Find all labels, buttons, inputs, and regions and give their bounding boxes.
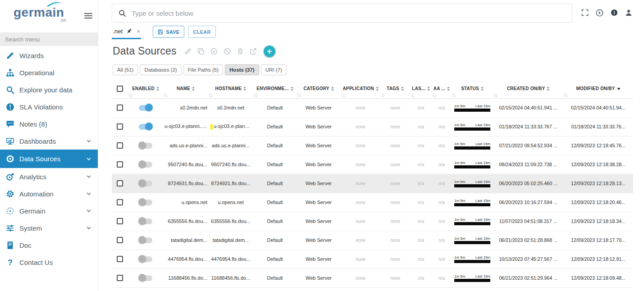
chevron-down-icon[interactable] — [86, 191, 91, 196]
row-checkbox[interactable] — [117, 105, 123, 111]
column-header-application[interactable]: APPLICATION — [341, 79, 380, 98]
block-icon[interactable] — [224, 48, 231, 55]
status-sparkline[interactable]: 1m 5mLast 15m — [454, 236, 490, 244]
row-checkbox[interactable] — [117, 237, 123, 243]
status-sparkline[interactable]: 1m 5mLast 15m — [454, 104, 490, 112]
tab-file-paths-5[interactable]: File Paths (5) — [183, 64, 223, 75]
table-row[interactable]: 11688456.fls.do... 11688456.fls.do... De… — [112, 268, 633, 287]
column-header-status[interactable]: STATUS — [452, 79, 493, 98]
enabled-toggle[interactable] — [139, 124, 152, 130]
copy-icon[interactable] — [197, 48, 205, 55]
tab-uri-7[interactable]: URI (7) — [261, 64, 287, 75]
table-row[interactable]: 4476954.fls.dou... 4476954.fls.dou... De… — [112, 250, 633, 268]
sort-icon[interactable] — [192, 86, 195, 91]
table-row[interactable]: u-sjc03.e-planni... u-sjc03.e-planni... … — [112, 117, 633, 136]
table-row[interactable]: u.openx.net u.openx.net Default Web Serv… — [112, 193, 633, 212]
user-icon[interactable] — [625, 9, 632, 17]
global-search-input[interactable] — [132, 9, 566, 17]
status-sparkline[interactable]: 1m 5mLast 15m — [454, 161, 490, 168]
save-button[interactable]: SAVE — [153, 26, 184, 38]
sort-icon[interactable] — [547, 86, 549, 91]
sidebar-item-contact-us[interactable]: ? Contact Us — [0, 254, 98, 271]
column-header-environme[interactable]: ENVIRONME... — [253, 79, 297, 98]
edit-icon[interactable] — [184, 48, 192, 55]
table-row[interactable]: tatadigital.dem... tatadigital.dem... De… — [112, 231, 633, 250]
pin-icon[interactable] — [126, 28, 132, 34]
chevron-down-icon[interactable] — [86, 174, 91, 179]
status-sparkline[interactable]: 1m 5mLast 15m — [454, 218, 490, 225]
fullscreen-icon[interactable] — [581, 9, 589, 17]
sidebar-item-data-sources[interactable]: Data Sources — [0, 150, 98, 168]
column-header-name[interactable]: NAME — [163, 79, 208, 98]
column-header-las[interactable]: LAS... — [410, 79, 432, 98]
sort-icon[interactable] — [427, 86, 430, 91]
enabled-toggle[interactable] — [139, 256, 152, 262]
enabled-toggle[interactable] — [139, 275, 152, 281]
tab-databases-2[interactable]: Databases (2) — [140, 64, 181, 75]
sidebar-item-wizards[interactable]: Wizards — [0, 47, 98, 64]
enabled-toggle[interactable] — [139, 143, 152, 149]
share-icon[interactable] — [250, 48, 257, 55]
table-row[interactable]: 8724931.fls.dou... 8724931.fls.dou... De… — [112, 174, 633, 193]
sidebar-item-system[interactable]: System — [0, 219, 98, 236]
sort-icon[interactable] — [401, 86, 404, 91]
status-sparkline[interactable]: 1m 5mLast 15m — [454, 142, 490, 150]
sidebar-item-operational[interactable]: Operational — [0, 64, 98, 81]
clear-button[interactable]: CLEAR — [188, 26, 215, 38]
row-checkbox[interactable] — [117, 123, 123, 130]
table-row[interactable]: s0.2mdn.net s0.2mdn.net Default Web Serv… — [112, 98, 633, 117]
chevron-down-icon[interactable] — [86, 225, 91, 231]
sort-icon[interactable] — [376, 86, 379, 91]
enabled-toggle[interactable] — [139, 200, 152, 205]
sort-icon[interactable] — [331, 86, 334, 91]
sort-icon[interactable] — [243, 86, 246, 91]
chevron-down-icon[interactable] — [86, 138, 91, 144]
row-checkbox[interactable] — [117, 161, 123, 168]
status-sparkline[interactable]: 1m 5mLast 15m — [454, 180, 490, 187]
sort-icon[interactable] — [156, 86, 159, 91]
row-checkbox[interactable] — [117, 256, 123, 262]
menu-icon[interactable] — [84, 12, 92, 20]
enabled-toggle[interactable] — [139, 162, 152, 168]
sort-icon[interactable] — [481, 86, 484, 91]
filter-chip[interactable]: .net × — [112, 27, 141, 39]
sidebar-item-doc[interactable]: Doc — [0, 236, 98, 254]
column-header-category[interactable]: CATEGORY — [297, 79, 341, 98]
table-row[interactable]: ads.us.e-planni... ads.us.e-planni... De… — [112, 136, 633, 155]
sidebar-item-automation[interactable]: Automation — [0, 185, 98, 202]
table-row[interactable]: 9507240.fls.dou... 9507240.fls.dou... De… — [112, 155, 633, 174]
chevron-down-icon[interactable] — [86, 208, 91, 214]
chevron-down-icon[interactable] — [86, 156, 91, 162]
column-header-aa[interactable]: AA ... — [432, 79, 452, 98]
sidebar-item-explore-your-data[interactable]: Explore your data — [0, 81, 98, 98]
sort-icon[interactable] — [291, 86, 293, 91]
status-sparkline[interactable]: 1m 5mLast 15m — [454, 199, 490, 206]
select-all-checkbox[interactable] — [117, 86, 123, 92]
delete-icon[interactable] — [237, 48, 244, 55]
column-header-tags[interactable]: TAGS — [380, 79, 410, 98]
row-checkbox[interactable] — [117, 199, 123, 205]
row-checkbox[interactable] — [117, 180, 123, 186]
row-checkbox[interactable] — [117, 142, 123, 149]
enabled-toggle[interactable] — [139, 105, 152, 111]
check-circle-icon[interactable] — [210, 48, 218, 55]
status-sparkline[interactable]: 1m 5mLast 15m — [454, 123, 490, 131]
sidebar-item-sla-violations[interactable]: SLA Violations — [0, 98, 98, 115]
sidebar-search-input[interactable] — [0, 32, 98, 46]
play-icon[interactable] — [596, 9, 603, 17]
sidebar-item-analytics[interactable]: Analytics — [0, 168, 98, 185]
row-checkbox[interactable] — [117, 218, 123, 224]
global-search[interactable] — [112, 4, 572, 23]
status-sparkline[interactable]: 1m 5mLast 15m — [454, 255, 490, 263]
table-row[interactable]: 6355556.fls.dou... 6355556.fls.dou... De… — [112, 212, 633, 231]
column-header-hostname[interactable]: HOSTNAME — [208, 79, 253, 98]
enabled-toggle[interactable] — [139, 237, 152, 243]
info-icon[interactable] — [611, 9, 618, 17]
add-button[interactable]: + — [264, 45, 275, 57]
sort-icon[interactable] — [447, 86, 450, 91]
column-header-modified-on-by[interactable]: MODIFIED ON/BY — [563, 79, 633, 98]
enabled-toggle[interactable] — [139, 218, 152, 224]
sidebar-item-notes-8[interactable]: Notes (8) — [0, 115, 98, 132]
column-header-enabled[interactable]: ENABLED — [128, 79, 163, 98]
status-sparkline[interactable]: 1m 5mLast 15m — [454, 274, 490, 282]
